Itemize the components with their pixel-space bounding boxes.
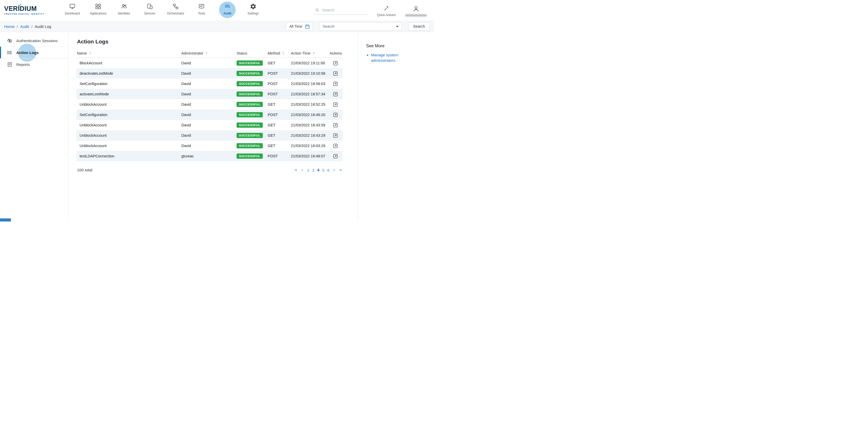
cell-name: UnblockAccount xyxy=(76,102,181,107)
column-header-administrator[interactable]: Administrator xyxy=(181,51,236,55)
column-header-action-time[interactable]: Action Time xyxy=(290,51,329,55)
logo-check-icon xyxy=(18,4,22,6)
view-details-button[interactable] xyxy=(332,101,339,108)
manage-system-administrators-link[interactable]: Manage system administrators xyxy=(371,53,398,63)
nav-item-tools[interactable]: Tools xyxy=(189,0,214,21)
cell-method: POST xyxy=(267,82,290,86)
first-page-button[interactable] xyxy=(294,168,298,172)
cell-method: POST xyxy=(267,154,290,158)
time-range-button[interactable]: All Time xyxy=(286,22,313,31)
see-more-panel: See More Manage system administrators xyxy=(358,32,434,222)
main-panel: Action Logs Name Administrator Status Me… xyxy=(69,32,358,222)
cell-action-time: 21/03/2022 16:48:07 xyxy=(290,154,329,158)
view-details-button[interactable] xyxy=(332,112,339,118)
breadcrumb-home-link[interactable]: Home xyxy=(4,24,14,29)
user-name-redacted xyxy=(405,14,427,17)
view-details-button[interactable] xyxy=(332,70,339,77)
sidebar-item-label: Authentication Sessions xyxy=(16,38,58,43)
action-logs-table: Name Administrator Status Method Action … xyxy=(76,49,343,161)
page-number-4[interactable]: 4 xyxy=(317,168,320,173)
nav-item-applications[interactable]: Applications xyxy=(85,0,111,21)
view-details-button[interactable] xyxy=(332,143,339,149)
cell-method: POST xyxy=(267,71,290,76)
audit-sidebar: Authentication Sessions Action Logs Repo… xyxy=(0,32,69,222)
nav-item-devices[interactable]: Devices xyxy=(137,0,163,21)
page-number-6[interactable]: 6 xyxy=(327,168,330,173)
global-search-input[interactable] xyxy=(322,8,361,12)
status-badge: SUCCESSFUL xyxy=(237,143,263,148)
cell-method: GET xyxy=(267,61,290,65)
last-page-button[interactable] xyxy=(338,168,343,172)
column-header-name[interactable]: Name xyxy=(76,51,181,55)
table-row[interactable]: SetConfiguration David SUCCESSFUL POST 2… xyxy=(76,79,343,89)
next-page-button[interactable] xyxy=(332,168,336,172)
cell-administrator: David xyxy=(181,123,236,127)
cell-action-time: 21/03/2022 19:10:58 xyxy=(290,71,329,76)
nav-item-settings[interactable]: Settings xyxy=(240,0,266,21)
table-row[interactable]: UnblockAccount David SUCCESSFUL GET 21/0… xyxy=(76,99,343,110)
sidebar-item-authentication-sessions[interactable]: Authentication Sessions xyxy=(0,35,68,47)
breadcrumb-audit-link[interactable]: Audit xyxy=(20,24,29,29)
table-row[interactable]: UnblockAccount David SUCCESSFUL GET 21/0… xyxy=(76,141,343,151)
user-profile-button[interactable] xyxy=(405,4,427,17)
cell-administrator: David xyxy=(181,82,236,86)
view-details-button[interactable] xyxy=(332,81,339,87)
cell-action-time: 21/03/2022 18:43:59 xyxy=(290,123,329,127)
action-logs-icon xyxy=(7,50,13,56)
table-row[interactable]: UnblockAccount David SUCCESSFUL GET 21/0… xyxy=(76,130,343,141)
sidebar-item-reports[interactable]: Reports xyxy=(0,58,68,70)
table-row[interactable]: SetConfiguration David SUCCESSFUL POST 2… xyxy=(76,110,343,120)
audit-search-input[interactable] xyxy=(319,22,402,31)
table-row[interactable]: deactivateLostMode David SUCCESSFUL POST… xyxy=(76,68,343,79)
nav-label: Dashboard xyxy=(65,11,80,15)
status-badge: SUCCESSFUL xyxy=(237,133,263,138)
view-details-button[interactable] xyxy=(332,153,339,159)
cell-action-time: 21/03/2022 18:03:29 xyxy=(290,144,329,148)
table-footer: 100 total 23456 xyxy=(76,168,343,173)
primary-nav: Dashboard Applications Identities Device… xyxy=(59,0,266,21)
logo-text: VERIDIUM xyxy=(4,5,48,12)
cell-name: BlockAccount xyxy=(76,61,181,65)
nav-item-orchestrator[interactable]: Orchestrator xyxy=(163,0,189,21)
table-row[interactable]: UnblockAccount David SUCCESSFUL GET 21/0… xyxy=(76,120,343,130)
table-row[interactable]: activateLostMode David SUCCESSFUL POST 2… xyxy=(76,89,343,99)
cell-action-time: 21/03/2022 18:52:25 xyxy=(290,102,329,107)
column-header-actions: Actions xyxy=(329,51,343,55)
cell-action-time: 21/03/2022 18:43:29 xyxy=(290,134,329,138)
page-title: Action Logs xyxy=(76,38,345,45)
cell-name: testLDAPConnection xyxy=(76,154,181,158)
sort-desc-icon xyxy=(312,52,315,55)
nav-label: Settings xyxy=(247,11,258,15)
column-header-method[interactable]: Method xyxy=(267,51,290,55)
quick-actions-button[interactable]: Quick Actions xyxy=(377,4,396,17)
logo-tagline: TRUSTED DIGITAL IDENTITY xyxy=(4,13,48,15)
global-search[interactable] xyxy=(314,6,368,15)
veridium-logo[interactable]: VERIDIUM TRUSTED DIGITAL IDENTITY xyxy=(4,0,48,21)
cell-administrator: David xyxy=(181,144,236,148)
orchestrator-icon xyxy=(172,3,179,10)
nav-item-dashboard[interactable]: Dashboard xyxy=(59,0,85,21)
page-number-2[interactable]: 2 xyxy=(307,168,309,173)
view-details-button[interactable] xyxy=(332,60,339,66)
page-number-5[interactable]: 5 xyxy=(322,168,324,173)
sort-icon xyxy=(282,52,285,55)
status-badge: SUCCESSFUL xyxy=(237,102,263,107)
nav-item-identities[interactable]: Identities xyxy=(111,0,137,21)
cell-administrator: David xyxy=(181,61,236,65)
view-details-button[interactable] xyxy=(332,132,339,139)
previous-page-button[interactable] xyxy=(301,168,305,172)
table-row[interactable]: BlockAccount David SUCCESSFUL GET 21/03/… xyxy=(76,58,343,68)
audit-search-combobox[interactable] xyxy=(319,22,402,31)
view-details-button[interactable] xyxy=(332,91,339,97)
breadcrumb-current: Audit Log xyxy=(35,24,51,29)
cell-action-time: 21/03/2022 18:48:20 xyxy=(290,113,329,117)
breadcrumb-toolbar: Home / Audit / Audit Log All Time Search xyxy=(0,21,434,32)
view-details-button[interactable] xyxy=(332,122,339,128)
nav-item-audit[interactable]: Audit xyxy=(214,0,240,21)
search-button[interactable]: Search xyxy=(408,22,430,31)
sidebar-item-action-logs[interactable]: Action Logs xyxy=(0,47,68,58)
cell-name: UnblockAccount xyxy=(76,123,181,127)
audit-icon xyxy=(224,3,231,10)
table-row[interactable]: testLDAPConnection gtureac SUCCESSFUL PO… xyxy=(76,151,343,161)
page-number-3[interactable]: 3 xyxy=(312,168,314,173)
